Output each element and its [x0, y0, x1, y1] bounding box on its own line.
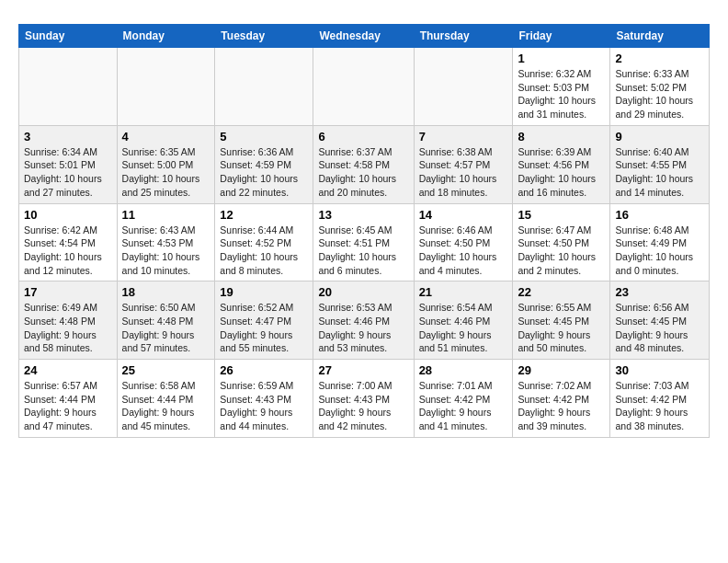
calendar-cell: 20Sunrise: 6:53 AMSunset: 4:46 PMDayligh… — [313, 282, 414, 360]
day-number: 3 — [24, 130, 112, 144]
page: General Blue SundayMondayTuesdayWednesda… — [0, 0, 728, 447]
day-info: Sunrise: 6:39 AMSunset: 4:56 PMDaylight:… — [518, 145, 605, 200]
day-info: Sunrise: 6:45 AMSunset: 4:51 PMDaylight:… — [318, 224, 408, 278]
day-info: Sunrise: 6:54 AMSunset: 4:46 PMDaylight:… — [419, 301, 508, 355]
week-row-2: 10Sunrise: 6:42 AMSunset: 4:54 PMDayligh… — [19, 203, 710, 282]
weekday-header-row: SundayMondayTuesdayWednesdayThursdayFrid… — [19, 25, 710, 48]
calendar-cell: 26Sunrise: 6:59 AMSunset: 4:43 PMDayligh… — [215, 360, 313, 438]
day-number: 15 — [518, 208, 605, 222]
weekday-wednesday: Wednesday — [313, 25, 414, 48]
calendar-cell — [215, 48, 313, 126]
day-number: 29 — [518, 363, 605, 377]
week-row-4: 24Sunrise: 6:57 AMSunset: 4:44 PMDayligh… — [19, 360, 710, 438]
day-number: 7 — [419, 130, 508, 144]
calendar-cell — [19, 48, 118, 126]
weekday-sunday: Sunday — [19, 25, 118, 48]
day-number: 8 — [518, 130, 605, 144]
calendar-cell: 19Sunrise: 6:52 AMSunset: 4:47 PMDayligh… — [215, 282, 313, 360]
day-info: Sunrise: 6:32 AMSunset: 5:03 PMDaylight:… — [518, 67, 605, 121]
calendar-cell: 8Sunrise: 6:39 AMSunset: 4:56 PMDaylight… — [513, 125, 610, 203]
calendar-cell: 2Sunrise: 6:33 AMSunset: 5:02 PMDaylight… — [610, 48, 710, 126]
day-info: Sunrise: 6:56 AMSunset: 4:45 PMDaylight:… — [615, 301, 704, 355]
day-info: Sunrise: 7:00 AMSunset: 4:43 PMDaylight:… — [318, 379, 408, 433]
day-info: Sunrise: 6:47 AMSunset: 4:50 PMDaylight:… — [518, 224, 605, 278]
calendar-cell: 29Sunrise: 7:02 AMSunset: 4:42 PMDayligh… — [513, 360, 610, 438]
weekday-tuesday: Tuesday — [215, 25, 313, 48]
day-info: Sunrise: 6:50 AMSunset: 4:48 PMDaylight:… — [122, 301, 210, 355]
day-number: 25 — [122, 363, 210, 377]
calendar-cell: 16Sunrise: 6:48 AMSunset: 4:49 PMDayligh… — [610, 203, 710, 282]
weekday-friday: Friday — [513, 25, 610, 48]
day-info: Sunrise: 6:53 AMSunset: 4:46 PMDaylight:… — [318, 301, 408, 355]
calendar-cell: 30Sunrise: 7:03 AMSunset: 4:42 PMDayligh… — [610, 360, 710, 438]
day-info: Sunrise: 6:57 AMSunset: 4:44 PMDaylight:… — [24, 379, 112, 433]
calendar-cell: 25Sunrise: 6:58 AMSunset: 4:44 PMDayligh… — [117, 360, 215, 438]
calendar-cell: 17Sunrise: 6:49 AMSunset: 4:48 PMDayligh… — [19, 282, 118, 360]
calendar-cell: 7Sunrise: 6:38 AMSunset: 4:57 PMDaylight… — [414, 125, 513, 203]
week-row-3: 17Sunrise: 6:49 AMSunset: 4:48 PMDayligh… — [19, 282, 710, 360]
day-info: Sunrise: 7:02 AMSunset: 4:42 PMDaylight:… — [518, 379, 605, 433]
day-info: Sunrise: 6:44 AMSunset: 4:52 PMDaylight:… — [220, 224, 308, 278]
day-number: 18 — [122, 285, 210, 299]
day-info: Sunrise: 6:43 AMSunset: 4:53 PMDaylight:… — [122, 224, 210, 278]
calendar-cell: 9Sunrise: 6:40 AMSunset: 4:55 PMDaylight… — [610, 125, 710, 203]
calendar-cell: 18Sunrise: 6:50 AMSunset: 4:48 PMDayligh… — [117, 282, 215, 360]
day-number: 13 — [318, 208, 408, 222]
day-number: 1 — [518, 52, 605, 65]
day-info: Sunrise: 6:33 AMSunset: 5:02 PMDaylight:… — [615, 67, 704, 121]
calendar-cell — [414, 48, 513, 126]
day-number: 4 — [122, 130, 210, 144]
day-info: Sunrise: 6:58 AMSunset: 4:44 PMDaylight:… — [122, 379, 210, 433]
weekday-monday: Monday — [117, 25, 215, 48]
calendar-cell: 11Sunrise: 6:43 AMSunset: 4:53 PMDayligh… — [117, 203, 215, 282]
calendar-cell: 3Sunrise: 6:34 AMSunset: 5:01 PMDaylight… — [19, 125, 118, 203]
week-row-0: 1Sunrise: 6:32 AMSunset: 5:03 PMDaylight… — [19, 48, 710, 126]
day-number: 12 — [220, 208, 308, 222]
day-number: 20 — [318, 285, 408, 299]
day-info: Sunrise: 6:34 AMSunset: 5:01 PMDaylight:… — [24, 145, 112, 200]
day-number: 21 — [419, 285, 508, 299]
day-number: 2 — [615, 52, 704, 65]
day-number: 9 — [615, 130, 704, 144]
day-number: 23 — [615, 285, 704, 299]
day-info: Sunrise: 6:37 AMSunset: 4:58 PMDaylight:… — [318, 145, 408, 200]
day-number: 14 — [419, 208, 508, 222]
calendar-cell: 4Sunrise: 6:35 AMSunset: 5:00 PMDaylight… — [117, 125, 215, 203]
day-info: Sunrise: 6:38 AMSunset: 4:57 PMDaylight:… — [419, 145, 508, 200]
day-number: 30 — [615, 363, 704, 377]
day-number: 6 — [318, 130, 408, 144]
calendar-cell: 14Sunrise: 6:46 AMSunset: 4:50 PMDayligh… — [414, 203, 513, 282]
day-number: 22 — [518, 285, 605, 299]
calendar-table: SundayMondayTuesdayWednesdayThursdayFrid… — [18, 24, 710, 438]
weekday-saturday: Saturday — [610, 25, 710, 48]
week-row-1: 3Sunrise: 6:34 AMSunset: 5:01 PMDaylight… — [19, 125, 710, 203]
calendar-cell: 21Sunrise: 6:54 AMSunset: 4:46 PMDayligh… — [414, 282, 513, 360]
day-number: 26 — [220, 363, 308, 377]
calendar-cell: 27Sunrise: 7:00 AMSunset: 4:43 PMDayligh… — [313, 360, 414, 438]
day-number: 19 — [220, 285, 308, 299]
calendar-cell: 24Sunrise: 6:57 AMSunset: 4:44 PMDayligh… — [19, 360, 118, 438]
calendar-cell: 6Sunrise: 6:37 AMSunset: 4:58 PMDaylight… — [313, 125, 414, 203]
calendar-cell: 10Sunrise: 6:42 AMSunset: 4:54 PMDayligh… — [19, 203, 118, 282]
calendar-cell: 15Sunrise: 6:47 AMSunset: 4:50 PMDayligh… — [513, 203, 610, 282]
calendar-cell — [117, 48, 215, 126]
calendar-cell: 28Sunrise: 7:01 AMSunset: 4:42 PMDayligh… — [414, 360, 513, 438]
day-number: 10 — [24, 208, 112, 222]
day-info: Sunrise: 7:01 AMSunset: 4:42 PMDaylight:… — [419, 379, 508, 433]
day-info: Sunrise: 6:40 AMSunset: 4:55 PMDaylight:… — [615, 145, 704, 200]
day-info: Sunrise: 6:52 AMSunset: 4:47 PMDaylight:… — [220, 301, 308, 355]
calendar-cell: 5Sunrise: 6:36 AMSunset: 4:59 PMDaylight… — [215, 125, 313, 203]
day-number: 24 — [24, 363, 112, 377]
day-info: Sunrise: 6:35 AMSunset: 5:00 PMDaylight:… — [122, 145, 210, 200]
day-number: 27 — [318, 363, 408, 377]
day-info: Sunrise: 7:03 AMSunset: 4:42 PMDaylight:… — [615, 379, 704, 433]
day-info: Sunrise: 6:49 AMSunset: 4:48 PMDaylight:… — [24, 301, 112, 355]
calendar-cell: 23Sunrise: 6:56 AMSunset: 4:45 PMDayligh… — [610, 282, 710, 360]
day-info: Sunrise: 6:59 AMSunset: 4:43 PMDaylight:… — [220, 379, 308, 433]
calendar-cell: 12Sunrise: 6:44 AMSunset: 4:52 PMDayligh… — [215, 203, 313, 282]
day-info: Sunrise: 6:42 AMSunset: 4:54 PMDaylight:… — [24, 224, 112, 278]
weekday-thursday: Thursday — [414, 25, 513, 48]
day-info: Sunrise: 6:48 AMSunset: 4:49 PMDaylight:… — [615, 224, 704, 278]
day-number: 17 — [24, 285, 112, 299]
day-info: Sunrise: 6:36 AMSunset: 4:59 PMDaylight:… — [220, 145, 308, 200]
